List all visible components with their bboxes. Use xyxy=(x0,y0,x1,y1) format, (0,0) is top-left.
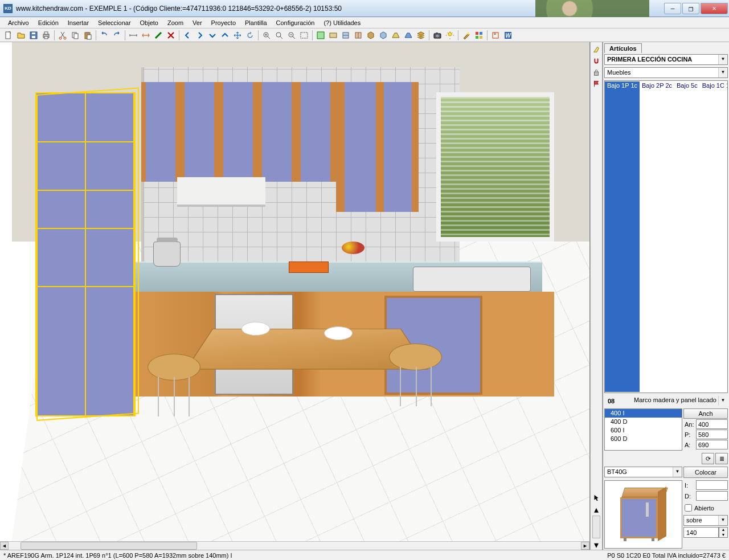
list-item[interactable]: Bajo 1C 1c xyxy=(700,81,728,392)
chevron-down-icon[interactable]: ▼ xyxy=(673,467,682,477)
view-layers-icon[interactable] xyxy=(415,30,427,41)
word-icon[interactable]: W xyxy=(502,30,514,41)
selected-object-wireframe[interactable] xyxy=(35,92,136,416)
menu-insertar[interactable]: Insertar xyxy=(63,18,93,27)
undo-icon[interactable] xyxy=(99,30,110,41)
zoom-fit-icon[interactable] xyxy=(273,30,285,41)
zoom-window-icon[interactable] xyxy=(298,30,310,41)
delete-icon[interactable] xyxy=(165,30,177,41)
a-input[interactable] xyxy=(696,440,728,449)
list-item[interactable]: Bajo 1P 1c xyxy=(605,81,640,392)
light-icon[interactable] xyxy=(444,30,456,41)
articles-listbox[interactable]: Bajo 1P 1cBajo 2P 2cBajo 5cBajo 1C 1cBaj… xyxy=(604,80,728,393)
menu-proyecto[interactable]: Proyecto xyxy=(207,18,240,27)
scroll-thumb[interactable] xyxy=(21,542,198,550)
wizard-icon[interactable] xyxy=(461,30,472,41)
menu-ver[interactable]: Ver xyxy=(188,18,207,27)
print-icon[interactable] xyxy=(40,30,52,41)
refresh-icon[interactable]: ⟳ xyxy=(702,453,714,464)
chevron-down-icon[interactable]: ▼ xyxy=(718,396,727,406)
scroll-down-icon[interactable]: ▾ xyxy=(591,539,601,550)
menu-edicion[interactable]: Edición xyxy=(34,18,63,27)
list-icon[interactable]: ≣ xyxy=(715,453,728,464)
viewport-3d[interactable] xyxy=(0,42,589,541)
catalog-combo[interactable]: PRIMERA LECCIÓN COCINA ▼ xyxy=(604,54,728,65)
open-icon[interactable] xyxy=(15,30,27,41)
list-item[interactable]: 600 D xyxy=(605,435,682,443)
wall-icon[interactable] xyxy=(153,30,164,41)
d-input[interactable] xyxy=(696,491,728,501)
view-elev2-icon[interactable] xyxy=(353,30,364,41)
redo-icon[interactable] xyxy=(111,30,122,41)
height-spinner[interactable]: ▲▼ xyxy=(719,527,728,538)
menu-configuracion[interactable]: Configuración xyxy=(272,18,320,27)
menu-utilidades[interactable]: (?) Utilidades xyxy=(319,18,365,27)
view-persp-icon[interactable] xyxy=(390,30,402,41)
rotate-icon[interactable] xyxy=(244,30,256,41)
dimension-icon[interactable] xyxy=(128,30,139,41)
height-input[interactable] xyxy=(683,527,719,538)
list-item[interactable]: 600 I xyxy=(605,426,682,435)
zoom-in-icon[interactable] xyxy=(261,30,272,41)
new-icon[interactable] xyxy=(3,30,14,41)
view-wall-icon[interactable] xyxy=(327,30,339,41)
scroll-up-icon[interactable]: ▴ xyxy=(591,504,601,514)
layer-combo[interactable]: sobre ▼ xyxy=(683,515,728,526)
camera-icon[interactable] xyxy=(432,30,443,41)
articles-panel: Artículos PRIMERA LECCIÓN COCINA ▼ Muebl… xyxy=(603,42,729,550)
vscroll-thumb[interactable] xyxy=(592,516,600,538)
dimension2-icon[interactable] xyxy=(140,30,151,41)
zoom-out-icon[interactable] xyxy=(286,30,297,41)
copy-icon[interactable] xyxy=(69,30,81,41)
list-item[interactable]: 400 D xyxy=(605,418,682,426)
move-up-icon[interactable] xyxy=(219,30,231,41)
view-iso1-icon[interactable] xyxy=(365,30,376,41)
menu-plantilla[interactable]: Plantilla xyxy=(240,18,272,27)
colocar-button[interactable]: Colocar xyxy=(683,467,728,478)
move-left-icon[interactable] xyxy=(182,30,193,41)
chevron-down-icon[interactable]: ▼ xyxy=(718,68,727,77)
category-combo[interactable]: Muebles ▼ xyxy=(604,67,728,78)
scroll-right-icon[interactable]: ► xyxy=(581,542,589,550)
palette-icon[interactable] xyxy=(473,30,485,41)
chevron-down-icon[interactable]: ▼ xyxy=(718,516,727,525)
export-icon[interactable] xyxy=(490,30,501,41)
model-combo[interactable]: Marco madera y panel lacado ▼ xyxy=(617,395,728,406)
move-right-icon[interactable] xyxy=(194,30,206,41)
view-plan-icon[interactable] xyxy=(315,30,326,41)
menu-objeto[interactable]: Objeto xyxy=(136,18,163,27)
close-button[interactable]: ✕ xyxy=(701,3,728,14)
p-input[interactable] xyxy=(696,430,728,439)
anch-button[interactable]: Anch xyxy=(683,408,728,419)
sizes-listbox[interactable]: 400 I400 D600 I600 D xyxy=(604,408,682,451)
list-item[interactable]: Bajo 2P 2c xyxy=(640,81,674,392)
cursor-icon[interactable] xyxy=(591,493,601,503)
cut-icon[interactable] xyxy=(57,30,68,41)
tab-articulos[interactable]: Artículos xyxy=(604,43,642,53)
move-icon[interactable] xyxy=(232,30,243,41)
list-item[interactable]: 400 I xyxy=(605,409,682,418)
lock-icon[interactable] xyxy=(591,67,601,77)
flag-icon[interactable] xyxy=(591,79,601,89)
menu-zoom[interactable]: Zoom xyxy=(163,18,188,27)
minimize-button[interactable]: — xyxy=(664,3,681,14)
save-icon[interactable] xyxy=(28,30,39,41)
view-iso2-icon[interactable] xyxy=(378,30,389,41)
an-input[interactable] xyxy=(696,419,728,429)
maximize-button[interactable]: ❐ xyxy=(682,3,699,14)
move-down-icon[interactable] xyxy=(207,30,218,41)
marker-tool-icon[interactable] xyxy=(591,44,601,55)
view-render-icon[interactable] xyxy=(403,30,414,41)
list-item[interactable]: Bajo 5c xyxy=(674,81,700,392)
snap-icon[interactable] xyxy=(591,56,601,66)
horizontal-scrollbar[interactable]: ◄ ► xyxy=(0,541,589,550)
abierto-checkbox[interactable]: Abierto xyxy=(685,504,728,512)
reference-combo[interactable]: BT40G ▼ xyxy=(604,467,682,478)
scroll-left-icon[interactable]: ◄ xyxy=(0,542,9,550)
menu-seleccionar[interactable]: Seleccionar xyxy=(93,18,135,27)
view-elev-icon[interactable] xyxy=(340,30,351,41)
i-input[interactable] xyxy=(696,480,728,490)
chevron-down-icon[interactable]: ▼ xyxy=(718,55,727,64)
paste-icon[interactable] xyxy=(82,30,93,41)
menu-archivo[interactable]: Archivo xyxy=(3,18,34,27)
